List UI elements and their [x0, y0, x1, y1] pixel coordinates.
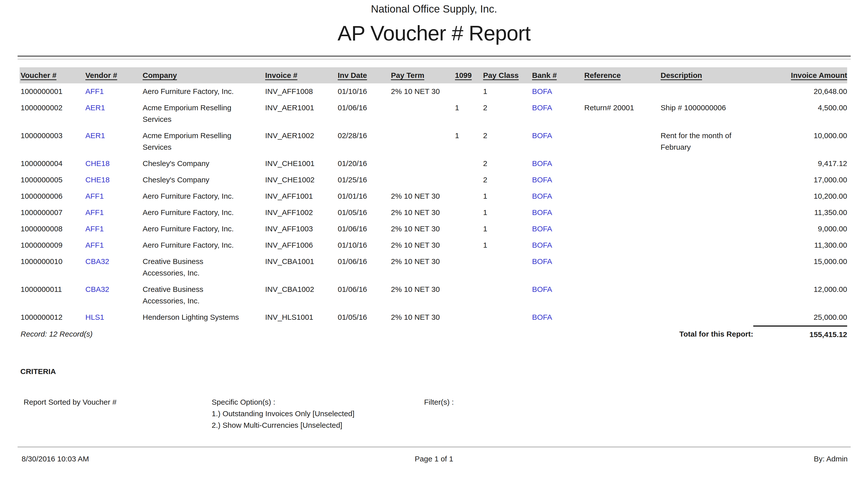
vendor-link[interactable]: CHE18: [85, 172, 143, 188]
vendor-link[interactable]: AFF1: [85, 237, 143, 253]
column-header-1099-label: 1099: [455, 71, 472, 79]
column-header-invoice-label: Invoice #: [265, 71, 297, 79]
bank-link[interactable]: BOFA: [532, 172, 584, 188]
footer-page-indicator: Page 1 of 1: [0, 455, 868, 463]
cell-invoice-number: INV_AFF1002: [265, 205, 338, 221]
cell-voucher-number: 1000000001: [20, 83, 85, 100]
cell-invoice-number: INV_CBA1001: [265, 253, 338, 281]
cell-1099: [455, 253, 483, 281]
cell-1099: [455, 155, 483, 172]
bank-link[interactable]: BOFA: [532, 221, 584, 237]
vendor-link[interactable]: CHE18: [85, 155, 143, 172]
vendor-link[interactable]: CBA32: [85, 281, 143, 309]
cell-pay-class: 2: [483, 128, 532, 155]
table-row: 1000000006 AFF1 Aero Furniture Factory, …: [20, 188, 847, 205]
bank-link[interactable]: BOFA: [532, 155, 584, 172]
column-header-voucher: Voucher #: [20, 67, 85, 83]
vendor-link[interactable]: HLS1: [85, 309, 143, 326]
cell-reference: [584, 188, 661, 205]
cell-pay-term: 2% 10 NET 30: [391, 253, 455, 281]
cell-1099: [455, 205, 483, 221]
cell-1099: 1: [455, 128, 483, 155]
cell-invoice-amount: 20,648.00: [753, 83, 847, 100]
cell-1099: [455, 281, 483, 309]
vendor-link[interactable]: AFF1: [85, 221, 143, 237]
bank-link[interactable]: BOFA: [532, 281, 584, 309]
cell-company: Acme Emporium Reselling Services: [143, 128, 265, 155]
cell-pay-class: 1: [483, 205, 532, 221]
vendor-link[interactable]: AFF1: [85, 205, 143, 221]
cell-description: [661, 172, 753, 188]
voucher-table: Voucher # Vendor # Company Invoice # Inv…: [20, 67, 847, 343]
cell-company: Aero Furniture Factory, Inc.: [143, 188, 265, 205]
vendor-link[interactable]: AER1: [85, 128, 143, 155]
cell-voucher-number: 1000000006: [20, 188, 85, 205]
cell-invoice-number: INV_HLS1001: [265, 309, 338, 326]
voucher-table-body: 1000000001 AFF1 Aero Furniture Factory, …: [20, 83, 847, 326]
cell-invoice-number: INV_AER1002: [265, 128, 338, 155]
cell-reference: Return# 20001: [584, 100, 661, 128]
bank-link[interactable]: BOFA: [532, 188, 584, 205]
cell-company: Aero Furniture Factory, Inc.: [143, 83, 265, 100]
bank-link[interactable]: BOFA: [532, 100, 584, 128]
cell-invoice-number: INV_AER1001: [265, 100, 338, 128]
cell-invoice-amount: 11,350.00: [753, 205, 847, 221]
column-header-reference: Reference: [584, 67, 661, 83]
vendor-link[interactable]: AFF1: [85, 83, 143, 100]
cell-voucher-number: 1000000007: [20, 205, 85, 221]
cell-company: Aero Furniture Factory, Inc.: [143, 221, 265, 237]
cell-reference: [584, 155, 661, 172]
cell-invoice-amount: 25,000.00: [753, 309, 847, 326]
cell-1099: [455, 172, 483, 188]
column-header-inv-date: Inv Date: [338, 67, 391, 83]
criteria-options-label: Specific Option(s) :: [212, 396, 354, 408]
footer-author: By: Admin: [814, 455, 848, 463]
cell-description: Ship # 1000000006: [661, 100, 753, 128]
table-row: 1000000003 AER1 Acme Emporium Reselling …: [20, 128, 847, 155]
cell-voucher-number: 1000000005: [20, 172, 85, 188]
column-header-pay-class: Pay Class: [483, 67, 532, 83]
column-header-amount: Invoice Amount: [753, 67, 847, 83]
cell-reference: [584, 221, 661, 237]
cell-reference: [584, 128, 661, 155]
cell-description: [661, 221, 753, 237]
bank-link[interactable]: BOFA: [532, 237, 584, 253]
cell-reference: [584, 281, 661, 309]
vendor-link[interactable]: AFF1: [85, 188, 143, 205]
cell-pay-term: [391, 100, 455, 128]
cell-1099: [455, 237, 483, 253]
cell-inv-date: 01/06/16: [338, 253, 391, 281]
cell-description: [661, 188, 753, 205]
cell-reference: [584, 309, 661, 326]
table-row: 1000000009 AFF1 Aero Furniture Factory, …: [20, 237, 847, 253]
bank-link[interactable]: BOFA: [532, 205, 584, 221]
cell-description: [661, 309, 753, 326]
cell-inv-date: 01/10/16: [338, 237, 391, 253]
cell-pay-class: 1: [483, 221, 532, 237]
cell-pay-class: 1: [483, 188, 532, 205]
cell-inv-date: 01/05/16: [338, 309, 391, 326]
bank-link[interactable]: BOFA: [532, 309, 584, 326]
bank-link[interactable]: BOFA: [532, 253, 584, 281]
cell-voucher-number: 1000000004: [20, 155, 85, 172]
cell-invoice-amount: 17,000.00: [753, 172, 847, 188]
column-header-description-label: Description: [661, 71, 702, 79]
cell-voucher-number: 1000000008: [20, 221, 85, 237]
cell-inv-date: 01/05/16: [338, 205, 391, 221]
cell-description: Rent for the month of February: [661, 128, 753, 155]
cell-inv-date: 01/06/16: [338, 221, 391, 237]
column-header-pay-class-label: Pay Class: [483, 71, 519, 79]
criteria-heading: CRITERIA: [20, 367, 56, 376]
vendor-link[interactable]: AER1: [85, 100, 143, 128]
cell-invoice-amount: 11,300.00: [753, 237, 847, 253]
footer-divider: [18, 446, 851, 448]
cell-invoice-amount: 15,000.00: [753, 253, 847, 281]
column-header-amount-label: Invoice Amount: [791, 71, 847, 79]
cell-pay-class: [483, 281, 532, 309]
bank-link[interactable]: BOFA: [532, 128, 584, 155]
vendor-link[interactable]: CBA32: [85, 253, 143, 281]
cell-pay-term: 2% 10 NET 30: [391, 205, 455, 221]
bank-link[interactable]: BOFA: [532, 83, 584, 100]
criteria-filters-label: Filter(s) :: [424, 396, 454, 408]
cell-invoice-amount: 10,000.00: [753, 128, 847, 155]
